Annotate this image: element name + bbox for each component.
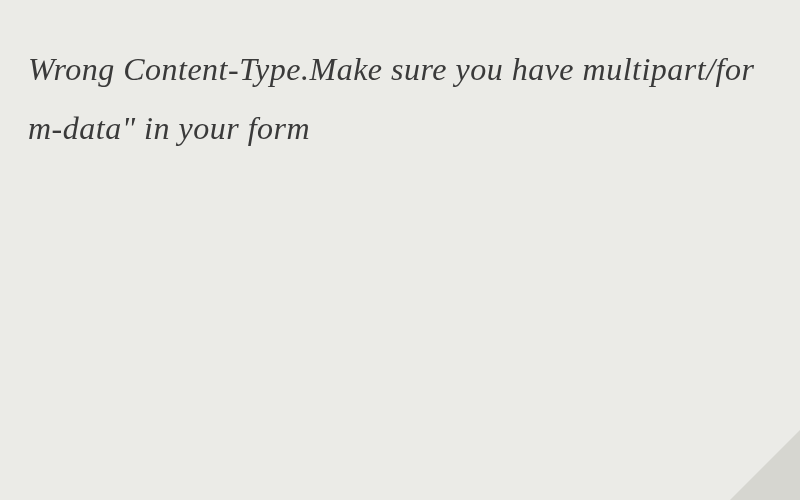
document-text: Wrong Content-Type.Make sure you have mu… [0, 0, 800, 158]
page-corner-fold [730, 430, 800, 500]
